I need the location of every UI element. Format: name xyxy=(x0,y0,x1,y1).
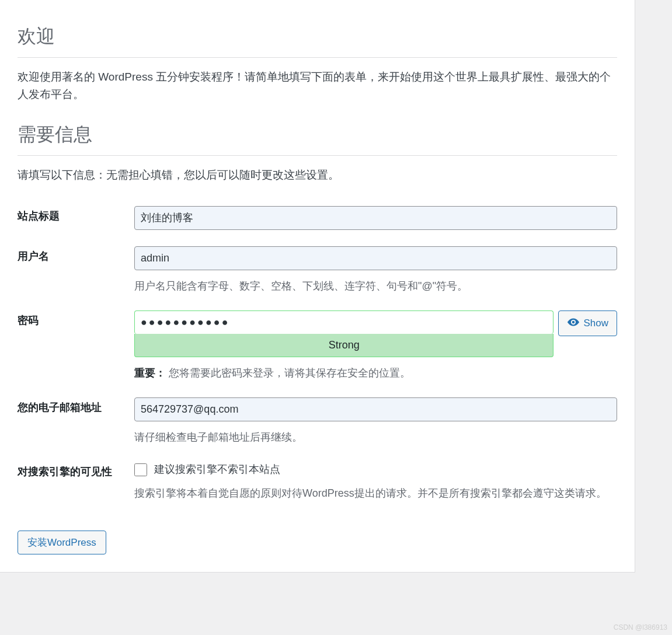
info-needed-heading: 需要信息 xyxy=(18,120,617,156)
search-visibility-label: 对搜索引擎的可见性 xyxy=(18,453,134,510)
password-input[interactable] xyxy=(134,310,553,334)
show-password-label: Show xyxy=(583,318,608,329)
email-hint: 请仔细检查电子邮箱地址后再继续。 xyxy=(134,430,617,445)
site-title-label: 站点标题 xyxy=(18,198,134,238)
username-input[interactable] xyxy=(134,246,617,270)
site-title-input[interactable] xyxy=(134,206,617,230)
install-panel: 欢迎 欢迎使用著名的 WordPress 五分钟安装程序！请简单地填写下面的表单… xyxy=(0,0,635,573)
password-label: 密码 xyxy=(18,302,134,389)
username-hint: 用户名只能含有字母、数字、空格、下划线、连字符、句号和"@"符号。 xyxy=(134,278,617,294)
password-important-note: 重要： 您将需要此密码来登录，请将其保存在安全的位置。 xyxy=(134,365,617,381)
password-strength-meter: Strong xyxy=(134,334,553,357)
email-input[interactable] xyxy=(134,397,617,421)
username-label: 用户名 xyxy=(18,238,134,302)
search-visibility-checkbox-label: 建议搜索引擎不索引本站点 xyxy=(154,462,280,477)
email-label: 您的电子邮箱地址 xyxy=(18,389,134,453)
show-password-button[interactable]: Show xyxy=(558,310,617,336)
eye-icon xyxy=(567,316,580,332)
welcome-intro-text: 欢迎使用著名的 WordPress 五分钟安装程序！请简单地填写下面的表单，来开… xyxy=(18,68,617,104)
install-wordpress-button[interactable]: 安装WordPress xyxy=(18,531,106,554)
info-intro-text: 请填写以下信息：无需担心填错，您以后可以随时更改这些设置。 xyxy=(18,166,617,184)
search-visibility-checkbox[interactable] xyxy=(134,463,147,476)
important-text: 您将需要此密码来登录，请将其保存在安全的位置。 xyxy=(169,367,410,379)
install-form-table: 站点标题 用户名 用户名只能含有字母、数字、空格、下划线、连字符、句号和"@"符… xyxy=(18,198,617,510)
important-label: 重要： xyxy=(134,367,166,379)
welcome-heading: 欢迎 xyxy=(18,22,617,58)
search-visibility-hint: 搜索引擎将本着自觉自愿的原则对待WordPress提出的请求。并不是所有搜索引擎… xyxy=(134,486,617,501)
